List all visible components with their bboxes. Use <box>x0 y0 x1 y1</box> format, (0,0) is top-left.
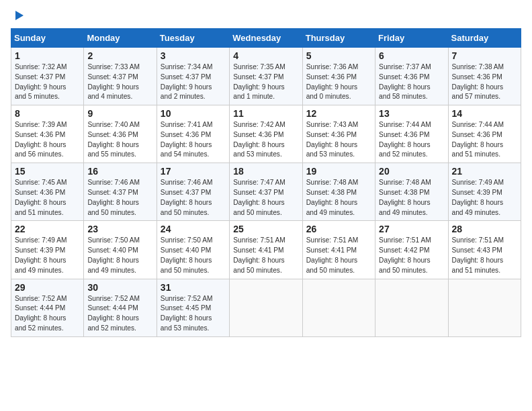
day-info: Sunrise: 7:50 AMSunset: 4:40 PMDaylight:… <box>161 236 226 275</box>
calendar-cell: 6Sunrise: 7:37 AMSunset: 4:36 PMDaylight… <box>375 48 448 105</box>
day-number: 14 <box>452 108 517 119</box>
calendar-cell: 31Sunrise: 7:52 AMSunset: 4:45 PMDayligh… <box>157 279 229 336</box>
day-number: 25 <box>233 224 298 234</box>
weekday-header-sunday: Sunday <box>11 29 84 48</box>
calendar-cell: 2Sunrise: 7:33 AMSunset: 4:37 PMDaylight… <box>84 48 157 105</box>
calendar-week-row: 22Sunrise: 7:49 AMSunset: 4:39 PMDayligh… <box>11 221 521 279</box>
page-header <box>11 11 521 20</box>
calendar-cell <box>448 279 521 336</box>
day-info: Sunrise: 7:34 AMSunset: 4:37 PMDaylight:… <box>161 62 226 102</box>
calendar-cell <box>302 279 375 336</box>
calendar-cell: 8Sunrise: 7:39 AMSunset: 4:36 PMDaylight… <box>11 105 84 163</box>
day-number: 26 <box>306 224 371 234</box>
calendar-cell: 27Sunrise: 7:51 AMSunset: 4:42 PMDayligh… <box>375 221 448 279</box>
day-number: 15 <box>15 166 80 177</box>
day-number: 31 <box>161 282 226 293</box>
day-info: Sunrise: 7:40 AMSunset: 4:36 PMDaylight:… <box>87 120 152 160</box>
calendar-cell <box>230 279 302 336</box>
day-info: Sunrise: 7:45 AMSunset: 4:36 PMDaylight:… <box>15 178 80 218</box>
day-number: 18 <box>233 166 298 177</box>
day-number: 24 <box>161 224 226 234</box>
day-info: Sunrise: 7:48 AMSunset: 4:38 PMDaylight:… <box>306 178 371 218</box>
day-number: 5 <box>306 50 371 61</box>
day-info: Sunrise: 7:44 AMSunset: 4:36 PMDaylight:… <box>379 120 444 160</box>
calendar-cell: 15Sunrise: 7:45 AMSunset: 4:36 PMDayligh… <box>11 163 84 221</box>
calendar-cell: 16Sunrise: 7:46 AMSunset: 4:37 PMDayligh… <box>84 163 157 221</box>
weekday-header-friday: Friday <box>375 29 448 48</box>
calendar-cell: 7Sunrise: 7:38 AMSunset: 4:36 PMDaylight… <box>448 48 521 105</box>
day-info: Sunrise: 7:51 AMSunset: 4:42 PMDaylight:… <box>379 236 444 275</box>
day-number: 12 <box>306 108 371 119</box>
calendar-cell: 14Sunrise: 7:44 AMSunset: 4:36 PMDayligh… <box>448 105 521 163</box>
calendar-week-row: 1Sunrise: 7:32 AMSunset: 4:37 PMDaylight… <box>11 48 521 105</box>
calendar-cell: 10Sunrise: 7:41 AMSunset: 4:36 PMDayligh… <box>157 105 229 163</box>
day-info: Sunrise: 7:36 AMSunset: 4:36 PMDaylight:… <box>306 62 371 102</box>
calendar-cell: 25Sunrise: 7:51 AMSunset: 4:41 PMDayligh… <box>230 221 302 279</box>
calendar-header-row: SundayMondayTuesdayWednesdayThursdayFrid… <box>11 29 521 48</box>
day-number: 27 <box>379 224 444 234</box>
calendar-cell: 30Sunrise: 7:52 AMSunset: 4:44 PMDayligh… <box>84 279 157 336</box>
calendar-cell: 24Sunrise: 7:50 AMSunset: 4:40 PMDayligh… <box>157 221 229 279</box>
calendar-week-row: 15Sunrise: 7:45 AMSunset: 4:36 PMDayligh… <box>11 163 521 221</box>
day-number: 16 <box>87 166 152 177</box>
day-number: 8 <box>15 108 80 119</box>
calendar-cell: 17Sunrise: 7:46 AMSunset: 4:37 PMDayligh… <box>157 163 229 221</box>
day-info: Sunrise: 7:39 AMSunset: 4:36 PMDaylight:… <box>15 120 80 160</box>
day-info: Sunrise: 7:51 AMSunset: 4:41 PMDaylight:… <box>306 236 371 275</box>
day-number: 6 <box>379 50 444 61</box>
day-info: Sunrise: 7:51 AMSunset: 4:43 PMDaylight:… <box>452 236 517 275</box>
weekday-header-saturday: Saturday <box>448 29 521 48</box>
calendar-cell: 18Sunrise: 7:47 AMSunset: 4:37 PMDayligh… <box>230 163 302 221</box>
weekday-header-thursday: Thursday <box>302 29 375 48</box>
day-number: 10 <box>161 108 226 119</box>
calendar-cell: 12Sunrise: 7:43 AMSunset: 4:36 PMDayligh… <box>302 105 375 163</box>
day-number: 29 <box>15 282 80 293</box>
day-info: Sunrise: 7:43 AMSunset: 4:36 PMDaylight:… <box>306 120 371 160</box>
calendar-week-row: 29Sunrise: 7:52 AMSunset: 4:44 PMDayligh… <box>11 279 521 336</box>
calendar-table: SundayMondayTuesdayWednesdayThursdayFrid… <box>11 28 521 337</box>
day-info: Sunrise: 7:33 AMSunset: 4:37 PMDaylight:… <box>87 62 152 102</box>
day-info: Sunrise: 7:49 AMSunset: 4:39 PMDaylight:… <box>452 178 517 218</box>
day-info: Sunrise: 7:46 AMSunset: 4:37 PMDaylight:… <box>87 178 152 218</box>
logo-arrow-icon <box>15 11 24 20</box>
day-info: Sunrise: 7:49 AMSunset: 4:39 PMDaylight:… <box>15 236 80 275</box>
weekday-header-tuesday: Tuesday <box>157 29 229 48</box>
calendar-cell: 19Sunrise: 7:48 AMSunset: 4:38 PMDayligh… <box>302 163 375 221</box>
calendar-cell: 23Sunrise: 7:50 AMSunset: 4:40 PMDayligh… <box>84 221 157 279</box>
calendar-cell: 4Sunrise: 7:35 AMSunset: 4:37 PMDaylight… <box>230 48 302 105</box>
day-info: Sunrise: 7:44 AMSunset: 4:36 PMDaylight:… <box>452 120 517 160</box>
day-number: 9 <box>87 108 152 119</box>
day-number: 2 <box>87 50 152 61</box>
day-number: 30 <box>87 282 152 293</box>
calendar-cell: 29Sunrise: 7:52 AMSunset: 4:44 PMDayligh… <box>11 279 84 336</box>
calendar-cell: 21Sunrise: 7:49 AMSunset: 4:39 PMDayligh… <box>448 163 521 221</box>
day-info: Sunrise: 7:38 AMSunset: 4:36 PMDaylight:… <box>452 62 517 102</box>
day-info: Sunrise: 7:35 AMSunset: 4:37 PMDaylight:… <box>233 62 298 102</box>
day-number: 4 <box>233 50 298 61</box>
calendar-cell: 3Sunrise: 7:34 AMSunset: 4:37 PMDaylight… <box>157 48 229 105</box>
calendar-week-row: 8Sunrise: 7:39 AMSunset: 4:36 PMDaylight… <box>11 105 521 163</box>
day-info: Sunrise: 7:48 AMSunset: 4:38 PMDaylight:… <box>379 178 444 218</box>
calendar-cell: 9Sunrise: 7:40 AMSunset: 4:36 PMDaylight… <box>84 105 157 163</box>
day-number: 7 <box>452 50 517 61</box>
day-number: 23 <box>87 224 152 234</box>
calendar-cell: 20Sunrise: 7:48 AMSunset: 4:38 PMDayligh… <box>375 163 448 221</box>
calendar-cell: 13Sunrise: 7:44 AMSunset: 4:36 PMDayligh… <box>375 105 448 163</box>
day-info: Sunrise: 7:46 AMSunset: 4:37 PMDaylight:… <box>161 178 226 218</box>
calendar-cell: 22Sunrise: 7:49 AMSunset: 4:39 PMDayligh… <box>11 221 84 279</box>
day-number: 3 <box>161 50 226 61</box>
day-info: Sunrise: 7:52 AMSunset: 4:45 PMDaylight:… <box>161 294 226 334</box>
day-info: Sunrise: 7:52 AMSunset: 4:44 PMDaylight:… <box>15 294 80 334</box>
day-number: 1 <box>15 50 80 61</box>
day-info: Sunrise: 7:51 AMSunset: 4:41 PMDaylight:… <box>233 236 298 275</box>
day-number: 28 <box>452 224 517 234</box>
calendar-cell: 1Sunrise: 7:32 AMSunset: 4:37 PMDaylight… <box>11 48 84 105</box>
day-number: 22 <box>15 224 80 234</box>
calendar-cell: 11Sunrise: 7:42 AMSunset: 4:36 PMDayligh… <box>230 105 302 163</box>
day-number: 21 <box>452 166 517 177</box>
calendar-cell: 28Sunrise: 7:51 AMSunset: 4:43 PMDayligh… <box>448 221 521 279</box>
day-number: 19 <box>306 166 371 177</box>
day-info: Sunrise: 7:37 AMSunset: 4:36 PMDaylight:… <box>379 62 444 102</box>
logo <box>11 11 24 20</box>
weekday-header-wednesday: Wednesday <box>230 29 302 48</box>
